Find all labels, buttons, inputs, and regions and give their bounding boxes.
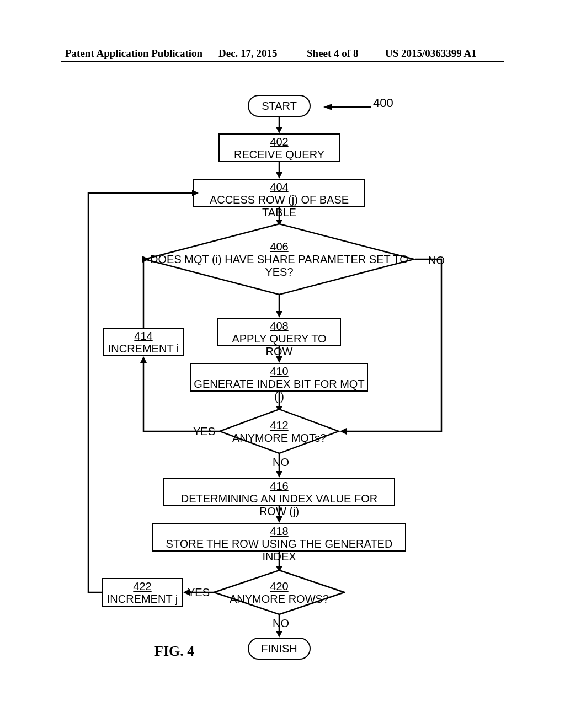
svg-marker-5 [276, 172, 282, 179]
terminal-start: START [248, 95, 311, 117]
step-416-no: 416 [167, 480, 392, 493]
arrow-start-402-icon [275, 117, 283, 133]
svg-marker-28 [192, 190, 199, 196]
leader-arrow-icon [323, 103, 371, 111]
hdr-date: Dec. 17, 2015 [218, 47, 278, 60]
step-408-no: 408 [221, 320, 338, 333]
arrow-412-416-icon [275, 453, 283, 478]
arrow-416-418-icon [275, 506, 283, 523]
step-404: 404 ACCESS ROW (j) OF BASE TABLE [193, 179, 365, 207]
svg-marker-22 [276, 516, 282, 523]
hdr-sheet: Sheet 4 of 8 [307, 47, 358, 60]
arrow-406-408-icon [275, 295, 283, 318]
hdr-publication: Patent Application Publication [65, 47, 202, 60]
svg-marker-12 [276, 356, 282, 363]
step-402-text: RECEIVE QUERY [234, 148, 324, 160]
arrow-402-404-icon [275, 162, 283, 179]
step-408: 408 APPLY QUERY TO ROW [217, 318, 341, 346]
conn-406no-412-icon [335, 257, 446, 435]
step-402-no: 402 [222, 136, 337, 148]
svg-marker-30 [276, 631, 282, 638]
hdr-pubno: US 2015/0363399 A1 [385, 47, 477, 60]
figure-caption: FIG. 4 [154, 644, 194, 659]
svg-marker-10 [276, 311, 282, 318]
terminal-finish: FINISH [248, 638, 311, 660]
arrow-420-finish-icon [275, 614, 283, 638]
conn-422-404-icon [84, 190, 200, 596]
refnum-400: 400 [373, 97, 393, 109]
step-420-text: ANYMORE ROWS? [230, 593, 329, 605]
step-420-no: 420 [270, 580, 288, 592]
hdr-rule [61, 61, 504, 62]
arrow-408-410-icon [275, 346, 283, 363]
terminal-start-label: START [262, 100, 297, 111]
step-412-text: ANYMORE MQTs? [232, 432, 326, 444]
svg-marker-1 [323, 104, 332, 110]
terminal-finish-label: FINISH [261, 643, 297, 654]
svg-marker-18 [340, 428, 347, 435]
svg-marker-20 [276, 471, 282, 478]
step-412-no: 412 [270, 419, 288, 431]
step-412: 412 ANYMORE MQTs? [218, 408, 340, 454]
step-404-no: 404 [196, 181, 362, 194]
page: Patent Application Publication Dec. 17, … [0, 0, 565, 728]
step-406-no: 406 [270, 240, 288, 253]
svg-marker-3 [276, 127, 282, 133]
step-420: 420 ANYMORE ROWS? [213, 569, 345, 615]
step-402: 402 RECEIVE QUERY [218, 133, 340, 162]
